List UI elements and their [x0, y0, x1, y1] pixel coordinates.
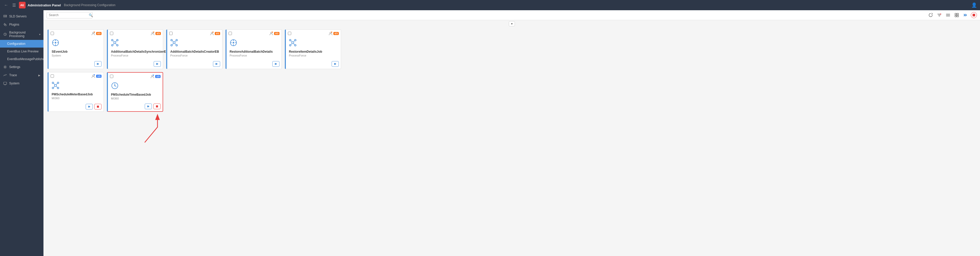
card-restore-additional-batch: 0/3 RestoreAditionalBatchDetails Process… — [226, 29, 282, 69]
plugins-icon — [3, 22, 7, 27]
refresh-button[interactable] — [928, 12, 934, 18]
background-processing-label: Background Processing — [9, 31, 37, 38]
toolbar: 🔍 — [43, 10, 980, 20]
pm-schedule-time-user-icon — [151, 75, 154, 78]
svg-marker-95 — [89, 106, 90, 108]
svg-point-53 — [176, 45, 177, 46]
stop-all-button[interactable] — [971, 12, 977, 18]
svg-line-78 — [294, 41, 294, 42]
pm-schedule-meter-badge: 1/3 — [96, 75, 102, 78]
sidebar-item-sld-servers[interactable]: SLD Servers — [0, 12, 43, 21]
pm-schedule-meter-run-button[interactable] — [86, 104, 93, 110]
user-icon[interactable]: 👤 — [971, 2, 977, 8]
svg-point-36 — [114, 42, 116, 44]
svg-marker-22 — [966, 14, 967, 17]
restore-item-details-user-icon — [329, 32, 332, 35]
card-pm-schedule-meter: 1/3 PMScheduleMeterBasedJob MI360 — [48, 72, 104, 112]
card-additional-batch-creator-checkbox[interactable] — [169, 32, 173, 35]
svg-point-49 — [173, 42, 175, 44]
sevent-job-run-button[interactable] — [94, 61, 102, 67]
svg-point-85 — [54, 84, 57, 86]
sevent-job-user-icon — [92, 32, 95, 35]
eventbus-live-preview-label: EventBus Live Preview — [7, 49, 40, 53]
cards-area: 0/3 SEventJob System — [43, 27, 980, 256]
pm-schedule-meter-stop-button[interactable] — [94, 104, 102, 110]
svg-point-3 — [6, 17, 6, 17]
menu-button[interactable]: ☰ — [11, 2, 17, 9]
additional-batch-creator-run-button[interactable] — [213, 61, 220, 67]
svg-point-73 — [290, 40, 291, 41]
additional-batch-creator-user-icon — [210, 32, 214, 35]
card-restore-item-details-top-right: 0/3 — [329, 32, 339, 35]
page-subtitle: Background Processing Configuration — [64, 3, 115, 7]
search-input[interactable] — [49, 13, 87, 17]
svg-point-13 — [940, 14, 941, 14]
list-view1-button[interactable] — [945, 12, 951, 18]
pm-schedule-meter-user-icon — [92, 75, 95, 78]
card-pm-schedule-time-checkbox[interactable] — [110, 75, 113, 78]
svg-point-38 — [116, 40, 118, 41]
restore-additional-batch-user-icon — [269, 32, 273, 35]
system-label: System — [9, 81, 40, 85]
sidebar-item-eventbus-message-publisher[interactable]: EventBusMessagePublisher... — [0, 55, 43, 63]
sevent-job-icon — [52, 39, 102, 48]
pm-schedule-time-badge: 1/3 — [155, 75, 161, 78]
card-pm-schedule-meter-checkbox[interactable] — [51, 75, 54, 78]
dropdown-arrow-button[interactable]: ▾ — [509, 21, 515, 26]
back-button[interactable]: ← — [3, 2, 9, 8]
svg-rect-17 — [955, 13, 956, 15]
eventbus-message-publisher-label: EventBusMessagePublisher... — [7, 57, 43, 61]
grid-view-button[interactable] — [953, 12, 960, 18]
sidebar-item-system[interactable]: System — [0, 79, 43, 87]
sidebar-item-settings[interactable]: Settings — [0, 63, 43, 71]
card-additional-batch-sync-checkbox[interactable] — [110, 32, 113, 35]
svg-point-2 — [6, 15, 6, 16]
additional-batch-sync-icon — [111, 39, 161, 48]
card-restore-additional-batch-top-right: 0/3 — [269, 32, 280, 35]
card-restore-item-details-checkbox[interactable] — [288, 32, 291, 35]
svg-rect-4 — [5, 25, 6, 26]
additional-batch-creator-subtitle: ProcessForce — [170, 54, 220, 57]
filter-button[interactable] — [936, 12, 943, 18]
restore-additional-batch-icon — [230, 39, 280, 48]
svg-point-63 — [233, 42, 234, 43]
svg-rect-105 — [156, 105, 158, 107]
header: ← ☰ AE Administration Panel Background P… — [0, 0, 980, 10]
sidebar-item-configuration[interactable]: Configuration — [0, 40, 43, 48]
additional-batch-creator-badge: 0/3 — [215, 32, 220, 35]
card-sevent-job-checkbox[interactable] — [51, 32, 54, 35]
svg-line-102 — [115, 86, 116, 86]
restore-item-details-run-button[interactable] — [332, 61, 339, 67]
restore-item-details-title: RestoreItemDetailsJob — [289, 50, 339, 54]
sidebar-item-background-processing[interactable]: Background Processing ▾ — [0, 29, 43, 40]
svg-point-50 — [171, 40, 172, 41]
svg-point-27 — [55, 42, 56, 43]
sidebar-item-eventbus-live-preview[interactable]: EventBus Live Preview — [0, 48, 43, 55]
sidebar: SLD Servers Plugins Background Processin… — [0, 10, 43, 256]
sld-servers-label: SLD Servers — [9, 14, 40, 18]
svg-line-93 — [56, 86, 57, 87]
pm-schedule-time-run-button[interactable] — [145, 103, 152, 109]
restore-additional-batch-badge: 0/3 — [274, 32, 280, 35]
run-all-button[interactable] — [962, 12, 969, 18]
card-restore-additional-batch-checkbox[interactable] — [229, 32, 232, 35]
svg-line-57 — [175, 43, 176, 45]
sevent-job-footer — [51, 59, 102, 67]
card-additional-batch-sync-top-right: 0/3 — [151, 32, 161, 35]
restore-additional-batch-run-button[interactable] — [272, 61, 280, 67]
sidebar-item-plugins[interactable]: Plugins — [0, 21, 43, 29]
svg-line-44 — [116, 43, 116, 45]
additional-batch-creator-icon — [170, 39, 220, 48]
pm-schedule-meter-icon — [52, 81, 102, 91]
background-processing-icon — [3, 32, 7, 36]
search-box[interactable]: 🔍 — [46, 12, 92, 18]
cards-row-1: 0/3 SEventJob System — [48, 29, 976, 69]
svg-marker-104 — [148, 105, 149, 107]
svg-point-83 — [92, 75, 94, 76]
additional-batch-sync-run-button[interactable] — [154, 61, 161, 67]
sidebar-item-trace[interactable]: Trace ▶ — [0, 71, 43, 79]
svg-point-72 — [292, 42, 294, 44]
restore-additional-batch-title: RestoreAditionalBatchDetails — [230, 50, 280, 54]
pm-schedule-time-stop-button[interactable] — [153, 103, 161, 109]
svg-line-80 — [294, 43, 294, 45]
